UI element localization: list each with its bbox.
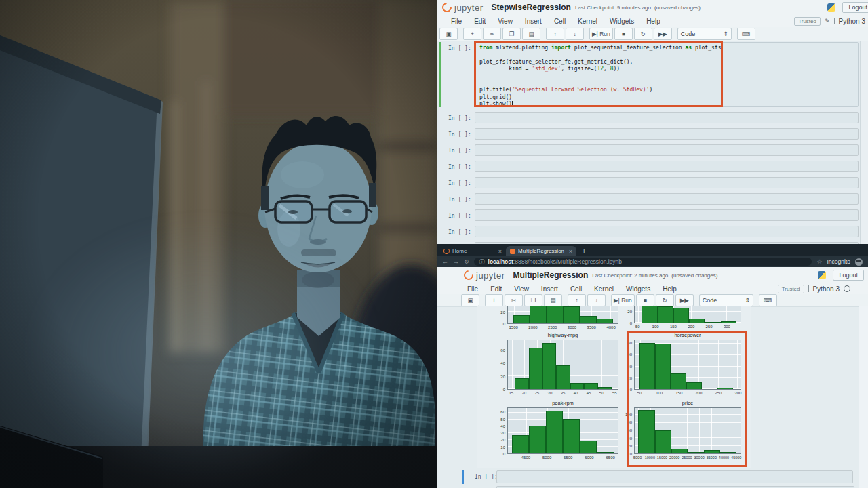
move-up-button[interactable]: ↑ bbox=[546, 28, 564, 40]
cell-prompt: In [ ]: bbox=[448, 213, 471, 219]
x-tick-label: 30 bbox=[548, 391, 553, 395]
copy-button[interactable]: ❐ bbox=[502, 28, 521, 40]
menu-item-cell[interactable]: Cell bbox=[548, 18, 572, 25]
menu-item-view[interactable]: View bbox=[508, 285, 535, 293]
save-button[interactable]: ▣ bbox=[461, 294, 479, 306]
hist-bar bbox=[512, 435, 529, 453]
histogram-row1-right: 50100150200250300020 bbox=[634, 306, 741, 323]
scrollbar-track[interactable] bbox=[860, 41, 868, 244]
cell-prompt: In [ ]: bbox=[448, 115, 471, 121]
add-cell-button[interactable]: + bbox=[485, 294, 503, 306]
x-tick-label: 4500 bbox=[521, 455, 530, 460]
menu-item-cell[interactable]: Cell bbox=[564, 285, 588, 293]
move-down-button[interactable]: ↓ bbox=[566, 28, 584, 40]
notebook-title[interactable]: MultipleRegression bbox=[513, 270, 589, 280]
menu-item-widgets[interactable]: Widgets bbox=[620, 285, 656, 293]
empty-cell-input[interactable] bbox=[475, 161, 859, 172]
back-icon[interactable]: ← bbox=[442, 258, 448, 265]
tab-home[interactable]: Home × bbox=[439, 246, 506, 256]
bookmark-star-icon[interactable]: ☆ bbox=[816, 258, 822, 265]
empty-cell-input[interactable] bbox=[475, 226, 859, 237]
empty-cell-input[interactable] bbox=[496, 470, 853, 483]
menu-item-insert[interactable]: Insert bbox=[535, 285, 564, 293]
empty-cell-input[interactable] bbox=[475, 128, 859, 140]
jupyter-brand: jupyter bbox=[454, 3, 484, 13]
scrollbar-track[interactable] bbox=[859, 306, 868, 488]
logout-button[interactable]: Logout bbox=[833, 270, 864, 281]
y-tick-label: 20 bbox=[627, 310, 632, 314]
omnibox[interactable]: ⓘ localhost:8888/notebooks/MultipleRegre… bbox=[474, 258, 812, 266]
copy-button[interactable]: ❐ bbox=[524, 294, 542, 306]
paste-button[interactable]: ▤ bbox=[544, 294, 562, 306]
cell-prompt: In [ ]: bbox=[448, 180, 471, 186]
restart-run-all-button[interactable]: ▶▶ bbox=[654, 28, 672, 40]
hist-bar bbox=[689, 319, 705, 323]
y-tick-label: 0 bbox=[503, 452, 505, 456]
cell-type-select[interactable]: Code⇕ bbox=[699, 294, 753, 306]
menu-item-insert[interactable]: Insert bbox=[519, 18, 548, 25]
menu-item-view[interactable]: View bbox=[492, 18, 519, 25]
stop-button[interactable]: ■ bbox=[614, 28, 633, 40]
save-button[interactable]: ▣ bbox=[439, 28, 458, 40]
close-tab-icon[interactable]: × bbox=[569, 248, 572, 255]
empty-cell-input[interactable] bbox=[475, 112, 859, 123]
logout-button[interactable]: Logout bbox=[842, 2, 868, 13]
move-down-button[interactable]: ↓ bbox=[587, 294, 606, 306]
add-cell-button[interactable]: + bbox=[463, 28, 481, 40]
menu-item-help[interactable]: Help bbox=[640, 18, 667, 25]
restart-button[interactable]: ↻ bbox=[656, 294, 674, 306]
trusted-badge: Trusted bbox=[778, 285, 804, 293]
x-tick-label: 2500 bbox=[548, 325, 557, 329]
new-tab-button[interactable]: + bbox=[582, 247, 586, 255]
cell-prompt: In [ ]: bbox=[448, 148, 471, 154]
hist-bar bbox=[580, 316, 597, 323]
menu-item-file[interactable]: File bbox=[445, 18, 468, 25]
empty-cell-input[interactable] bbox=[475, 209, 859, 221]
hist-bar bbox=[642, 306, 657, 323]
x-tick-label: 45 bbox=[587, 391, 591, 395]
gridline bbox=[508, 363, 618, 363]
cut-button[interactable]: ✂ bbox=[483, 28, 501, 40]
forward-icon[interactable]: → bbox=[453, 258, 459, 265]
cell-type-select[interactable]: Code⇕ bbox=[677, 28, 732, 40]
menu-item-kernel[interactable]: Kernel bbox=[588, 285, 620, 293]
paste-button[interactable]: ▤ bbox=[522, 28, 540, 40]
url-host: localhost bbox=[488, 258, 513, 265]
gridline bbox=[576, 340, 576, 389]
menu-item-file[interactable]: File bbox=[461, 285, 484, 293]
hist-bar bbox=[515, 378, 528, 389]
command-palette-button[interactable]: ⌨ bbox=[737, 28, 755, 40]
command-palette-button[interactable]: ⌨ bbox=[759, 294, 777, 306]
empty-cell-input[interactable] bbox=[475, 193, 859, 205]
menu: FileEditViewInsertCellKernelWidgetsHelp bbox=[445, 18, 667, 25]
menu-item-kernel[interactable]: Kernel bbox=[572, 18, 604, 25]
kernel-name: Python 3 bbox=[813, 285, 840, 293]
toolbar: ▣ + ✂ ❐ ▤ ↑ ↓ ▶| Run ■ ↻ ▶▶ Code⇕ ⌨ bbox=[437, 294, 868, 307]
info-icon[interactable]: ⓘ bbox=[479, 258, 485, 266]
cut-button[interactable]: ✂ bbox=[505, 294, 523, 306]
restart-run-all-button[interactable]: ▶▶ bbox=[675, 294, 694, 306]
unsaved-text: (unsaved changes) bbox=[671, 272, 717, 279]
menu-item-help[interactable]: Help bbox=[656, 285, 683, 293]
run-button[interactable]: ▶| Run bbox=[611, 294, 635, 306]
close-tab-icon[interactable]: × bbox=[498, 248, 502, 255]
menu-item-edit[interactable]: Edit bbox=[484, 285, 508, 293]
stop-button[interactable]: ■ bbox=[636, 294, 654, 306]
refresh-icon[interactable]: ↻ bbox=[464, 258, 469, 265]
x-tick-label: 250 bbox=[706, 325, 713, 329]
hist-bar bbox=[658, 306, 673, 323]
empty-cell-input[interactable] bbox=[475, 177, 859, 188]
move-up-button[interactable]: ↑ bbox=[568, 294, 586, 306]
browser-address-bar: ← → ↻ ⓘ localhost:8888/notebooks/Multipl… bbox=[437, 256, 868, 267]
x-tick-label: 35 bbox=[561, 391, 566, 395]
menu-item-edit[interactable]: Edit bbox=[468, 18, 492, 25]
restart-button[interactable]: ↻ bbox=[634, 28, 652, 40]
notebook-title[interactable]: StepwiseRegression bbox=[492, 3, 571, 12]
pencil-icon[interactable]: ✎ bbox=[825, 18, 830, 24]
gridline bbox=[508, 412, 618, 413]
empty-cell-input[interactable] bbox=[475, 144, 859, 156]
run-button[interactable]: ▶| Run bbox=[589, 28, 613, 40]
tab-multipleregression[interactable]: MultipleRegression - Jupyter N × bbox=[506, 246, 576, 256]
hist-bar bbox=[542, 343, 556, 389]
menu-item-widgets[interactable]: Widgets bbox=[604, 18, 640, 25]
